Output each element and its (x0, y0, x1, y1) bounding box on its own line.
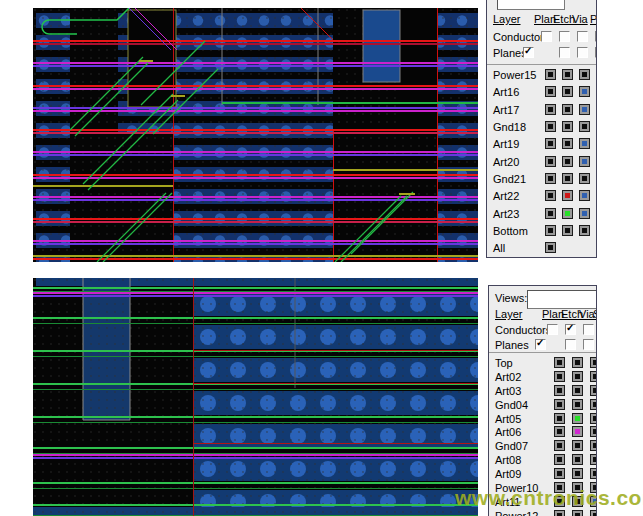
checkbox[interactable] (583, 339, 594, 350)
checkbox[interactable] (577, 47, 588, 58)
color-swatch-black[interactable] (572, 510, 583, 516)
color-swatch-black[interactable] (572, 357, 583, 368)
color-swatch-black[interactable] (545, 242, 556, 253)
color-swatch-magenta[interactable] (572, 426, 583, 437)
views-input[interactable] (527, 290, 597, 309)
color-swatch-black[interactable] (545, 121, 556, 132)
color-swatch-black[interactable] (545, 86, 556, 97)
color-swatch-black[interactable] (562, 104, 573, 115)
color-swatch-black[interactable] (545, 208, 556, 219)
color-swatch-black[interactable] (590, 413, 597, 424)
color-swatch-black[interactable] (590, 468, 597, 479)
color-swatch-black[interactable] (596, 156, 597, 167)
color-swatch-black[interactable] (545, 225, 556, 236)
color-swatch-black[interactable] (596, 104, 597, 115)
via-column-header[interactable]: Via (572, 13, 588, 25)
color-swatch-blue[interactable] (579, 156, 590, 167)
color-swatch-blue[interactable] (579, 208, 590, 219)
color-swatch-black[interactable] (590, 357, 597, 368)
color-swatch-black[interactable] (590, 440, 597, 451)
color-swatch-black[interactable] (572, 468, 583, 479)
layer-row: Power15 (493, 69, 596, 86)
layer-column-header[interactable]: Layer (495, 308, 523, 320)
layer-name: Power12 (495, 510, 538, 516)
layer-name: Art17 (493, 104, 519, 116)
color-swatch-black[interactable] (572, 454, 583, 465)
layer-column-header[interactable]: Layer (493, 13, 521, 25)
color-swatch-black[interactable] (572, 385, 583, 396)
checkbox[interactable] (541, 31, 552, 42)
pcb-view-top[interactable] (33, 8, 478, 262)
checkbox[interactable] (559, 47, 570, 58)
color-swatch-black[interactable] (554, 413, 565, 424)
color-swatch-black[interactable] (554, 510, 565, 516)
layer-row: Art02 (495, 371, 596, 385)
color-swatch-black[interactable] (545, 190, 556, 201)
color-swatch-black[interactable] (545, 138, 556, 149)
layer-swatches (554, 413, 597, 425)
color-swatch-black[interactable] (554, 454, 565, 465)
color-swatch-blue[interactable] (579, 86, 590, 97)
color-swatch-black[interactable] (579, 121, 590, 132)
color-swatch-blue[interactable] (579, 138, 590, 149)
color-swatch-black[interactable] (554, 399, 565, 410)
color-swatch-black[interactable] (590, 399, 597, 410)
checkbox[interactable] (577, 31, 588, 42)
color-swatch-black[interactable] (579, 225, 590, 236)
checkbox[interactable] (565, 339, 576, 350)
color-swatch-black[interactable] (545, 156, 556, 167)
color-swatch-black[interactable] (545, 104, 556, 115)
color-swatch-black[interactable] (562, 121, 573, 132)
color-swatch-red[interactable] (562, 190, 573, 201)
checkbox-checked[interactable]: ✓ (565, 324, 576, 335)
color-swatch-black[interactable] (590, 385, 597, 396)
color-swatch-black[interactable] (554, 385, 565, 396)
color-swatch-black[interactable] (554, 426, 565, 437)
checkbox-checked[interactable]: ✓ (523, 47, 534, 58)
color-swatch-black[interactable] (590, 426, 597, 437)
pcb-view-bottom[interactable] (33, 278, 478, 516)
checkbox[interactable] (595, 47, 597, 58)
color-swatch-black[interactable] (554, 357, 565, 368)
color-swatch-black[interactable] (562, 225, 573, 236)
color-swatch-black[interactable] (572, 399, 583, 410)
checkbox[interactable] (559, 31, 570, 42)
color-swatch-black[interactable] (545, 173, 556, 184)
color-swatch-blue[interactable] (579, 104, 590, 115)
color-swatch-black[interactable] (596, 173, 597, 184)
color-swatch-black[interactable] (562, 156, 573, 167)
color-swatch-blue[interactable] (579, 190, 590, 201)
color-swatch-black[interactable] (579, 69, 590, 80)
color-swatch-black[interactable] (572, 440, 583, 451)
color-swatch-black[interactable] (554, 468, 565, 479)
color-swatch-black[interactable] (562, 138, 573, 149)
color-swatch-black[interactable] (596, 225, 597, 236)
checkbox-checked[interactable]: ✓ (535, 339, 546, 350)
color-swatch-green[interactable] (562, 208, 573, 219)
color-swatch-black[interactable] (579, 173, 590, 184)
color-swatch-black[interactable] (562, 173, 573, 184)
checkbox[interactable] (583, 324, 594, 335)
layer-swatches (554, 468, 597, 480)
color-swatch-green[interactable] (572, 413, 583, 424)
color-swatch-black[interactable] (562, 69, 573, 80)
color-swatch-black[interactable] (572, 371, 583, 382)
color-swatch-black[interactable] (590, 371, 597, 382)
color-swatch-black[interactable] (545, 69, 556, 80)
checkbox[interactable] (595, 31, 597, 42)
checkbox[interactable] (547, 324, 558, 335)
color-swatch-black[interactable] (590, 454, 597, 465)
color-swatch-black[interactable] (596, 69, 597, 80)
color-swatch-black[interactable] (596, 208, 597, 219)
layer-name: Art20 (493, 156, 519, 168)
color-swatch-black[interactable] (590, 510, 597, 516)
views-input-partial[interactable] (497, 0, 565, 10)
color-swatch-black[interactable] (554, 440, 565, 451)
color-swatch-black[interactable] (554, 371, 565, 382)
color-swatch-black[interactable] (596, 86, 597, 97)
color-swatch-black[interactable] (596, 121, 597, 132)
color-swatch-black[interactable] (562, 86, 573, 97)
layer-panel-bottom: Views: Layer Plan Etch Via S Conductors … (488, 285, 597, 516)
color-swatch-black[interactable] (596, 190, 597, 201)
color-swatch-black[interactable] (596, 138, 597, 149)
